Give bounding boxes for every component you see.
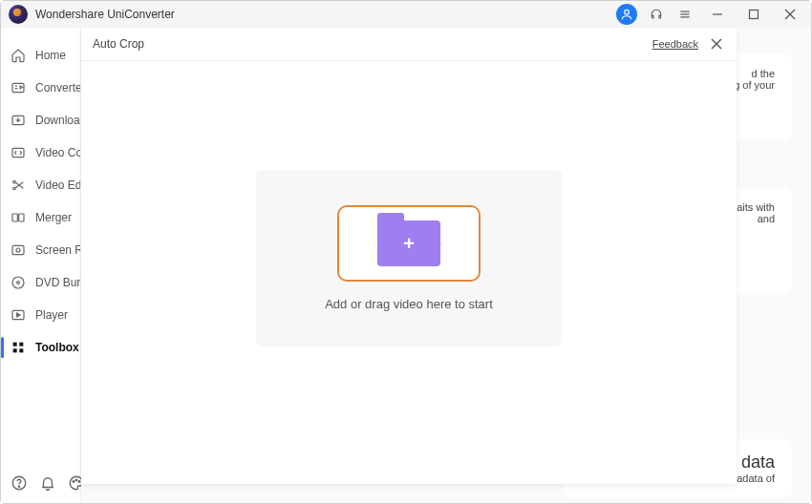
add-video-button[interactable]: +	[337, 205, 481, 282]
plus-icon: +	[403, 233, 415, 255]
disc-icon	[11, 275, 26, 290]
minimize-button[interactable]	[704, 1, 731, 28]
sidebar-item-converter[interactable]: Converter	[1, 72, 80, 104]
sidebar-item-label: Video Compressor	[35, 146, 80, 159]
sidebar: Home Converter Downloader Video Compress…	[1, 28, 81, 503]
modal-title: Auto Crop	[93, 37, 652, 51]
folder-plus-icon: +	[377, 220, 440, 266]
grid-icon	[11, 340, 26, 355]
sidebar-footer	[1, 463, 80, 503]
home-icon	[11, 48, 26, 63]
main-content: d the ng of your aits with and data etad…	[81, 28, 811, 503]
play-icon	[11, 307, 26, 323]
hamburger-menu-icon[interactable]	[675, 5, 694, 24]
svg-point-12	[13, 187, 16, 190]
account-avatar-icon[interactable]	[616, 4, 637, 25]
help-button[interactable]	[11, 472, 28, 494]
record-icon	[11, 242, 26, 258]
app-title: Wondershare UniConverter	[35, 8, 616, 21]
sidebar-item-compressor[interactable]: Video Compressor	[1, 136, 80, 169]
sidebar-item-label: Converter	[35, 81, 80, 94]
svg-point-11	[13, 180, 16, 183]
sidebar-item-label: Video Editor	[35, 178, 80, 192]
sidebar-item-label: Toolbox	[35, 341, 79, 354]
compress-icon	[11, 145, 26, 160]
svg-point-17	[12, 277, 24, 288]
sidebar-item-label: Screen Recorder	[35, 243, 80, 257]
svg-rect-23	[19, 348, 23, 352]
sidebar-item-label: Merger	[35, 211, 72, 224]
svg-rect-15	[12, 245, 24, 254]
modal-header: Auto Crop Feedback	[81, 28, 737, 61]
sidebar-item-editor[interactable]: Video Editor	[1, 169, 80, 201]
download-icon	[11, 113, 26, 128]
svg-rect-14	[19, 214, 24, 221]
auto-crop-modal: Auto Crop Feedback +	[81, 28, 737, 484]
svg-point-18	[17, 282, 20, 284]
dropzone: + Add or drag video here to start	[256, 170, 562, 346]
sidebar-item-player[interactable]: Player	[1, 299, 80, 331]
svg-point-16	[16, 248, 20, 252]
svg-point-26	[73, 481, 75, 483]
maximize-button[interactable]	[740, 1, 767, 28]
svg-rect-20	[13, 343, 17, 346]
app-logo-icon	[9, 5, 28, 24]
svg-rect-13	[12, 214, 17, 221]
feedback-link[interactable]: Feedback	[652, 38, 698, 50]
sidebar-item-downloader[interactable]: Downloader	[1, 104, 80, 136]
merge-icon	[11, 210, 26, 225]
scissors-icon	[11, 178, 26, 193]
sidebar-item-label: DVD Burner	[35, 276, 80, 289]
headphones-support-icon[interactable]	[647, 5, 666, 24]
sidebar-item-recorder[interactable]: Screen Recorder	[1, 234, 80, 266]
svg-point-27	[75, 479, 77, 481]
modal-body: + Add or drag video here to start	[81, 61, 737, 484]
dropzone-label: Add or drag video here to start	[325, 297, 493, 311]
sidebar-item-toolbox[interactable]: Toolbox	[1, 331, 80, 364]
svg-point-25	[18, 486, 19, 487]
modal-close-button[interactable]	[708, 35, 725, 52]
sidebar-item-label: Home	[35, 49, 66, 62]
sidebar-item-home[interactable]: Home	[1, 39, 80, 72]
svg-rect-10	[12, 148, 24, 157]
sidebar-item-label: Player	[35, 308, 68, 322]
svg-rect-5	[750, 10, 759, 19]
close-window-button[interactable]	[777, 1, 803, 28]
titlebar: Wondershare UniConverter	[1, 1, 811, 28]
svg-point-28	[78, 481, 80, 483]
converter-icon	[11, 80, 26, 95]
svg-point-0	[625, 10, 630, 14]
svg-rect-22	[13, 348, 17, 352]
svg-rect-21	[19, 343, 23, 346]
notifications-button[interactable]	[39, 472, 56, 494]
sidebar-item-merger[interactable]: Merger	[1, 201, 80, 234]
sidebar-item-label: Downloader	[35, 114, 80, 127]
sidebar-item-dvd[interactable]: DVD Burner	[1, 266, 80, 299]
